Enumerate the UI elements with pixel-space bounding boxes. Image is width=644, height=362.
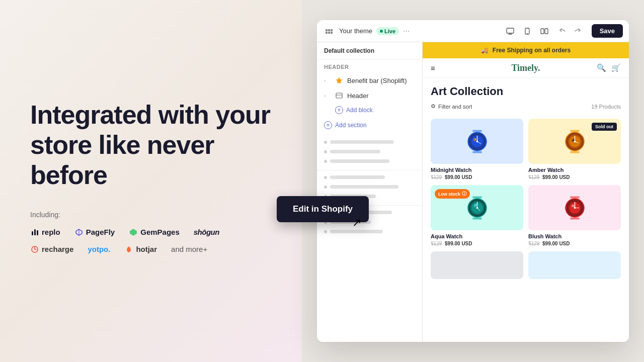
low-stock-badge: Low stock ⓘ xyxy=(435,189,470,199)
undo-button[interactable] xyxy=(555,24,570,38)
midnight-watch-price: $129 $99.00 USD xyxy=(431,174,523,180)
more-options-button[interactable]: ··· xyxy=(403,27,410,36)
editor-toolbar: Your theme Live ··· xyxy=(317,20,629,42)
blush-sale-price: $99.00 USD xyxy=(542,241,570,246)
skeleton-area xyxy=(317,133,422,240)
logos-row-1: replo PageFly GemPages shōgun xyxy=(30,228,277,237)
product-card-blush[interactable]: Blush Watch $129 $99.00 USD xyxy=(528,185,621,246)
skeleton-row-4 xyxy=(317,172,422,182)
aqua-sale-price: $99.00 USD xyxy=(445,241,472,246)
gempages-icon xyxy=(129,228,138,237)
shipping-icon: 🚚 xyxy=(481,47,489,54)
hotjar-label: hotjar xyxy=(136,245,157,253)
replo-label: replo xyxy=(42,228,60,236)
svg-marker-20 xyxy=(336,77,342,83)
recharge-icon xyxy=(30,245,39,254)
shipping-banner: 🚚 Free Shipping on all orders xyxy=(423,42,629,58)
logo-replo: replo xyxy=(30,228,60,237)
store-preview: 🚚 Free Shipping on all orders ≡ Timely. … xyxy=(423,42,629,342)
benefit-bar-label: Benefit bar (Shoplift) xyxy=(347,77,407,84)
svg-point-41 xyxy=(572,139,575,142)
midnight-watch-name: Midnight Watch xyxy=(431,167,523,173)
search-icon[interactable]: 🔍 xyxy=(597,63,606,72)
home-icon[interactable] xyxy=(323,25,335,37)
product-card-aqua[interactable]: Low stock ⓘ xyxy=(431,185,523,246)
logo-yotpo: yotpo. xyxy=(88,245,110,253)
hero-title: Integrated with your store like never be… xyxy=(30,100,277,190)
nav-right-icons: 🔍 🛒 xyxy=(597,63,621,72)
panel-item-header[interactable]: › Header xyxy=(317,88,422,103)
header-icon xyxy=(335,92,343,100)
logo-andmore: and more+ xyxy=(171,245,207,253)
shogun-label: shōgun xyxy=(194,228,219,236)
svg-rect-13 xyxy=(507,28,514,33)
amber-watch-price: $129 $99.00 USD xyxy=(528,174,621,180)
svg-rect-53 xyxy=(570,217,579,219)
header-label: Header xyxy=(347,92,369,100)
product-count: 19 Products xyxy=(591,104,621,110)
add-block-button[interactable]: + Add block xyxy=(317,103,422,117)
svg-rect-11 xyxy=(328,32,330,34)
collection-title: Art Collection xyxy=(431,85,621,98)
svg-rect-52 xyxy=(570,196,579,198)
svg-rect-44 xyxy=(472,217,481,219)
yotpo-label: yotpo. xyxy=(88,245,110,253)
shipping-text: Free Shipping on all orders xyxy=(493,47,571,54)
product-card-6-image[interactable] xyxy=(528,251,621,279)
add-section-button[interactable]: + Add section xyxy=(317,117,422,133)
amber-original-price: $129 xyxy=(528,174,539,180)
svg-rect-10 xyxy=(326,32,328,34)
split-view-icon[interactable] xyxy=(537,24,551,38)
hamburger-icon[interactable]: ≡ xyxy=(431,64,435,72)
desktop-view-icon[interactable] xyxy=(503,24,517,38)
amber-sale-price: $99.00 USD xyxy=(542,174,570,180)
gempages-label: GemPages xyxy=(140,228,180,236)
product-grid: Midnight Watch $129 $99.00 USD Sold out xyxy=(423,119,629,246)
midnight-sale-price: $99.00 USD xyxy=(445,174,472,180)
midnight-watch-image xyxy=(431,119,523,164)
chevron-right-icon: › xyxy=(324,77,331,84)
store-nav: ≡ Timely. 🔍 🛒 xyxy=(423,58,629,78)
live-dot xyxy=(380,30,383,33)
svg-point-42 xyxy=(572,139,573,140)
svg-rect-7 xyxy=(326,29,328,31)
aqua-watch-price: $129 $99.00 USD xyxy=(431,241,523,246)
svg-rect-43 xyxy=(472,196,481,198)
filter-sort-button[interactable]: ⚙ Filter and sort xyxy=(431,103,472,110)
svg-rect-12 xyxy=(331,32,333,34)
product-card-5-image[interactable] xyxy=(431,251,523,279)
product-grid-row3 xyxy=(423,246,629,279)
redo-button[interactable] xyxy=(571,24,585,38)
hero-section: Integrated with your store like never be… xyxy=(0,0,307,362)
recharge-label: recharge xyxy=(42,245,73,253)
including-label: Including: xyxy=(30,211,277,219)
svg-rect-9 xyxy=(331,29,333,31)
svg-rect-0 xyxy=(32,231,33,235)
store-preview-area: 🚚 Free Shipping on all orders ≡ Timely. … xyxy=(423,42,629,342)
svg-rect-34 xyxy=(570,151,579,153)
product-card-midnight[interactable]: Midnight Watch $129 $99.00 USD xyxy=(431,119,523,180)
product-card-amber[interactable]: Sold out xyxy=(528,119,621,180)
editor-section: Your theme Live ··· xyxy=(302,0,644,362)
cart-icon[interactable]: 🛒 xyxy=(611,63,621,72)
save-button[interactable]: Save xyxy=(592,24,623,38)
svg-rect-2 xyxy=(37,230,38,235)
svg-rect-18 xyxy=(541,29,544,34)
panel-item-benefit-bar[interactable]: › Benefit bar (Shoplift) xyxy=(317,73,422,88)
skeleton-row-2 xyxy=(317,147,422,156)
skeleton-row-5 xyxy=(317,182,422,192)
store-logo: Timely. xyxy=(511,63,540,73)
editor-panel: Default collection Header › Benefit bar … xyxy=(317,42,423,342)
aqua-original-price: $129 xyxy=(431,241,442,246)
mobile-view-icon[interactable] xyxy=(520,24,534,38)
svg-rect-19 xyxy=(545,29,548,34)
svg-rect-8 xyxy=(328,29,330,31)
svg-rect-33 xyxy=(570,130,579,132)
logo-pagefly: PageFly xyxy=(74,228,115,237)
blush-watch-price: $129 $99.00 USD xyxy=(528,241,621,246)
pagefly-icon xyxy=(74,228,84,237)
pagefly-label: PageFly xyxy=(86,228,115,236)
svg-point-17 xyxy=(527,33,528,34)
svg-point-30 xyxy=(476,140,478,142)
toolbar-icons xyxy=(503,24,551,38)
